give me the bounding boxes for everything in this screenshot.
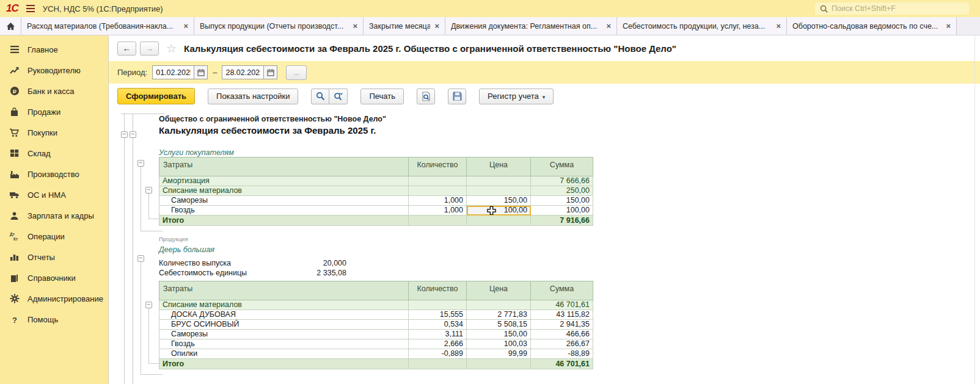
cell[interactable]: Амортизация [159,176,409,186]
sidebar-item-trend[interactable]: Руководителю [0,60,108,81]
cell[interactable]: Списание материалов [159,300,409,310]
cell[interactable]: 46 701,61 [531,359,593,369]
cell[interactable]: 266,67 [531,339,593,349]
sidebar-item-cart[interactable]: Покупки [0,122,108,143]
collapse-group-icon[interactable]: − [145,187,152,194]
tab-6[interactable]: Оборотно-сальдовая ведомость по сче...× [787,17,957,35]
calendar-icon[interactable] [263,65,277,79]
column-header[interactable]: Цена [467,281,531,300]
cell[interactable]: 7 916,66 [531,216,593,226]
show-settings-button[interactable]: Показать настройки [208,89,298,104]
period-from-input[interactable] [152,65,194,79]
sidebar-item-truck[interactable]: ОС и НМА [0,184,108,205]
sidebar-item-books[interactable]: Справочники [0,267,108,288]
sidebar-item-bag[interactable]: Продажи [0,101,108,122]
back-button[interactable]: ← [117,42,136,56]
tab-3[interactable]: Закрытие месяца× [364,17,445,35]
forward-button[interactable]: → [140,42,159,56]
cell[interactable] [409,186,467,196]
cell[interactable] [467,186,531,196]
sidebar-item-chart[interactable]: Отчеты [0,247,108,267]
cell[interactable]: 99,99 [467,349,531,359]
cell[interactable]: 2 771,83 [467,310,531,320]
cell[interactable]: 100,03 [467,339,531,349]
global-search-input[interactable]: Поиск Ctrl+Shift+F [815,2,969,15]
cell[interactable]: 15,555 [409,310,467,320]
sidebar-item-ruble[interactable]: РБанк и касса [0,81,108,101]
cell[interactable]: -0,889 [409,349,467,359]
close-icon[interactable]: × [606,21,611,31]
cell[interactable] [409,176,467,186]
cell[interactable]: 3,111 [409,330,467,339]
cell[interactable]: 466,66 [531,330,593,339]
cell[interactable]: 43 115,82 [531,310,593,320]
save-button[interactable] [448,89,466,104]
collapse-group-icon[interactable]: − [130,131,136,138]
collapse-group-icon[interactable]: − [145,302,152,308]
cell[interactable]: 7 666,66 [531,176,593,186]
cell[interactable] [467,216,531,226]
sidebar-item-grid[interactable]: Склад [0,143,108,164]
column-header[interactable]: Сумма [531,158,593,176]
cell[interactable] [467,176,531,186]
home-tab[interactable] [0,17,21,35]
find-button[interactable] [311,89,329,104]
period-more-button[interactable]: ... [286,65,307,80]
column-header[interactable]: Сумма [531,281,593,300]
cell[interactable]: 150,00 [531,196,593,206]
selected-cell[interactable]: 100,00 [467,206,531,216]
tab-5[interactable]: Себестоимость продукции, услуг, неза...× [617,17,787,35]
sidebar-item-menu[interactable]: Главное [0,39,108,60]
cell[interactable]: Саморезы [159,196,409,206]
cell[interactable] [409,216,467,226]
cell[interactable]: Итого [159,216,409,226]
sidebar-item-dtkt[interactable]: ДтКтОперации [0,226,108,247]
cell[interactable]: 150,00 [467,330,531,339]
column-header[interactable]: Цена [467,158,531,176]
period-to-input[interactable] [222,65,263,79]
column-header[interactable]: Затраты [159,158,409,176]
cell[interactable]: 0,534 [409,320,467,330]
preview-button[interactable] [417,89,435,104]
sidebar-item-gear[interactable]: Администрирование [0,288,108,309]
find-next-button[interactable] [329,89,348,104]
cell[interactable]: 250,00 [531,186,593,196]
close-icon[interactable]: × [353,21,357,31]
cell[interactable] [467,300,531,310]
column-header[interactable]: Количество [409,281,467,300]
cell[interactable]: 1,000 [409,196,467,206]
close-icon[interactable]: × [776,21,781,31]
cell[interactable]: 150,00 [467,196,531,206]
collapse-group-icon[interactable]: − [137,255,144,262]
close-icon[interactable]: × [946,21,951,31]
register-menu-button[interactable]: Регистр учета▾ [479,89,554,104]
cell[interactable]: Списание материалов [159,186,409,196]
cell[interactable] [467,359,531,369]
cell[interactable]: 5 508,15 [467,320,531,330]
cell[interactable] [409,359,467,369]
cell[interactable]: БРУС ОСИНОВЫЙ [159,320,409,330]
sidebar-item-person[interactable]: Зарплата и кадры [0,205,108,226]
close-icon[interactable]: × [434,21,439,31]
column-header[interactable]: Количество [409,158,467,176]
close-icon[interactable]: × [183,21,188,31]
sidebar-item-factory[interactable]: Производство [0,164,108,184]
main-menu-icon[interactable] [26,4,35,13]
cell[interactable]: -88,89 [531,349,593,359]
cell[interactable]: 100,00 [531,206,593,216]
cell[interactable]: 2,666 [409,339,467,349]
sidebar-item-help[interactable]: ?Помощь [0,309,108,330]
collapse-group-icon[interactable]: − [137,160,144,167]
cell[interactable]: Итого [159,359,409,369]
collapse-group-icon[interactable]: − [121,131,128,138]
print-button[interactable]: Печать [360,89,404,104]
cell[interactable]: 46 701,61 [531,300,593,310]
cell[interactable]: Опилки [159,349,409,359]
cell[interactable]: 2 941,35 [531,320,593,330]
tab-4[interactable]: Движения документа: Регламентная оп...× [445,17,617,35]
favorite-star-icon[interactable]: ☆ [166,42,177,56]
tab-2[interactable]: Выпуск продукции (Отчеты производст...× [194,17,364,35]
calendar-icon[interactable] [194,65,208,79]
cell[interactable]: Саморезы [159,330,409,339]
cell[interactable]: ДОСКА ДУБОВАЯ [159,310,409,320]
